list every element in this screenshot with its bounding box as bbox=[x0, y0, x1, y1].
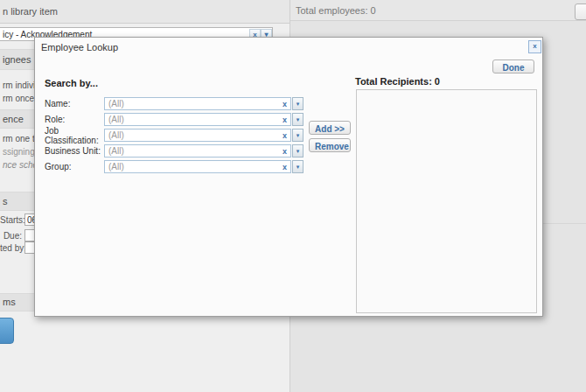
done-button[interactable]: Done bbox=[492, 60, 534, 74]
business-unit-combo[interactable]: x bbox=[104, 144, 291, 158]
job-classification-combo[interactable]: x bbox=[104, 129, 291, 142]
business-unit-input[interactable] bbox=[105, 146, 279, 156]
group-label: Group: bbox=[45, 162, 104, 172]
clear-icon[interactable]: x bbox=[279, 147, 290, 156]
employees-toolbar-button[interactable] bbox=[575, 4, 586, 20]
clear-icon[interactable]: x bbox=[279, 100, 290, 108]
employees-header-band: Total employees: 0 bbox=[290, 0, 586, 21]
job-classification-input[interactable] bbox=[105, 130, 279, 140]
add-button[interactable]: Add >> bbox=[309, 121, 351, 135]
right-panel-divider bbox=[542, 223, 586, 224]
items-section-header: ms bbox=[3, 297, 16, 307]
clear-icon[interactable]: x bbox=[279, 163, 290, 172]
chevron-down-icon[interactable]: ▾ bbox=[292, 160, 303, 173]
clear-icon[interactable]: x bbox=[279, 131, 290, 140]
chevron-down-icon[interactable]: ▾ bbox=[292, 97, 303, 110]
field-row-job-classification: Job Classification: x ▾ bbox=[45, 129, 303, 142]
role-label: Role: bbox=[45, 115, 104, 124]
dialog-title: Employee Lookup bbox=[41, 42, 118, 52]
role-input[interactable] bbox=[105, 115, 279, 124]
completed-by-label: ted by: bbox=[0, 243, 22, 253]
chevron-down-icon[interactable]: ▾ bbox=[292, 113, 303, 126]
business-unit-label: Business Unit: bbox=[45, 146, 104, 156]
assignees-section-header: ignees bbox=[3, 54, 31, 65]
due-label: Due: bbox=[0, 231, 22, 241]
field-row-group: Group: x ▾ bbox=[45, 160, 303, 173]
total-recipients-label: Total Recipients: 0 bbox=[355, 76, 440, 87]
role-combo[interactable]: x bbox=[104, 113, 291, 126]
recipients-listbox[interactable] bbox=[356, 89, 537, 313]
name-label: Name: bbox=[45, 99, 104, 108]
group-input[interactable] bbox=[105, 162, 279, 172]
chevron-down-icon[interactable]: ▾ bbox=[292, 144, 303, 158]
dates-section-header: s bbox=[3, 196, 8, 206]
job-classification-label: Job Classification: bbox=[45, 126, 104, 145]
name-input[interactable] bbox=[105, 99, 279, 108]
page-header-band: n library item bbox=[0, 0, 290, 24]
clear-icon[interactable]: x bbox=[279, 116, 290, 124]
field-row-business-unit: Business Unit: x ▾ bbox=[45, 144, 303, 158]
recurrence-section-header: ence bbox=[3, 114, 24, 124]
primary-action-button[interactable] bbox=[0, 318, 14, 344]
starts-label: Starts: bbox=[0, 215, 22, 225]
page-title: n library item bbox=[3, 6, 58, 17]
remove-button[interactable]: Remove bbox=[309, 138, 351, 152]
field-row-role: Role: x ▾ bbox=[45, 113, 303, 126]
close-icon[interactable]: x bbox=[528, 40, 541, 53]
field-row-name: Name: x ▾ bbox=[45, 97, 303, 110]
search-fields: Name: x ▾ Role: x ▾ Job Classification: … bbox=[45, 97, 303, 176]
total-employees-label: Total employees: 0 bbox=[296, 5, 376, 16]
name-combo[interactable]: x bbox=[104, 97, 291, 110]
group-combo[interactable]: x bbox=[104, 160, 291, 173]
search-by-heading: Search by... bbox=[45, 78, 98, 88]
employee-lookup-dialog: Employee Lookup x Done Search by... Name… bbox=[34, 37, 543, 317]
chevron-down-icon[interactable]: ▾ bbox=[292, 129, 303, 142]
